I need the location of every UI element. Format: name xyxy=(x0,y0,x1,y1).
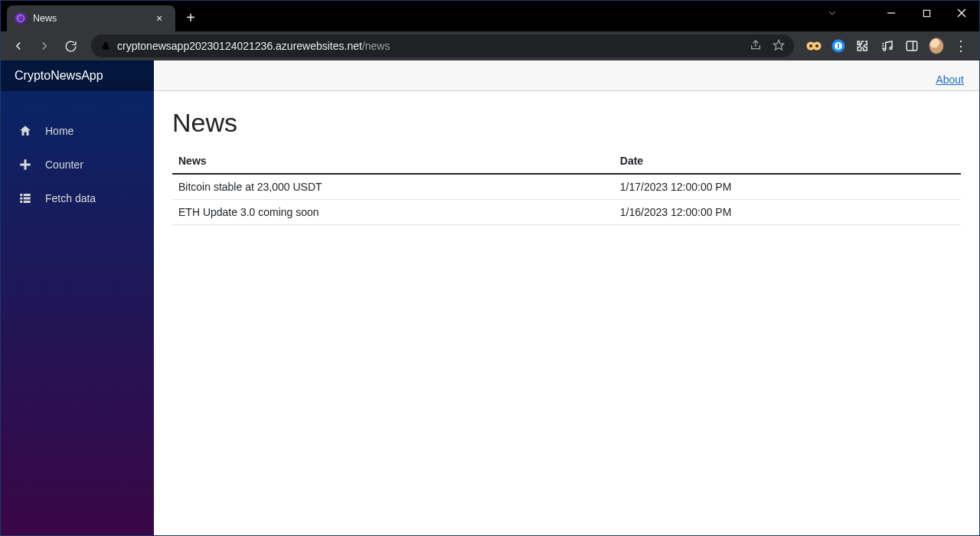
blazor-favicon-icon xyxy=(15,12,27,25)
tab-title: News xyxy=(33,13,146,24)
browser-toolbar: cryptonewsapp20230124021236.azurewebsite… xyxy=(1,31,979,60)
sidebar-item-home[interactable]: Home xyxy=(1,114,154,148)
back-button[interactable] xyxy=(7,34,30,57)
reload-button[interactable] xyxy=(59,34,82,57)
sidebar-item-fetchdata[interactable]: Fetch data xyxy=(1,181,154,215)
news-table: News Date Bitcoin stable at 23,000 USDT … xyxy=(172,149,961,225)
svg-rect-25 xyxy=(24,198,31,200)
extension-onepassword-icon[interactable] xyxy=(831,38,846,54)
sidebar-nav: Home Counter Fetch data xyxy=(1,91,154,215)
topbar: About xyxy=(154,60,979,91)
forward-button[interactable] xyxy=(33,34,56,57)
titlebar: News × + xyxy=(1,1,979,31)
svg-rect-23 xyxy=(24,194,31,196)
svg-point-8 xyxy=(809,44,812,47)
svg-rect-12 xyxy=(838,44,839,49)
svg-marker-5 xyxy=(773,40,783,50)
cell-date: 1/16/2023 12:00:00 PM xyxy=(614,200,961,225)
page-title: News xyxy=(172,108,961,138)
col-header-news: News xyxy=(172,149,614,174)
svg-rect-24 xyxy=(20,198,22,200)
sidebar-item-label: Home xyxy=(45,125,74,137)
page-viewport: CryptoNewsApp Home Counter xyxy=(1,60,979,535)
extension-eyes-icon[interactable] xyxy=(806,38,822,54)
plus-icon xyxy=(18,157,33,172)
main: News News Date Bitcoin stable at 23,000 … xyxy=(154,91,979,535)
url-host: cryptonewsapp20230124021236.azurewebsite… xyxy=(117,40,362,52)
table-header-row: News Date xyxy=(172,149,961,174)
svg-point-9 xyxy=(815,44,818,47)
svg-rect-1 xyxy=(923,10,929,16)
sidebar-item-label: Counter xyxy=(45,159,83,171)
list-icon xyxy=(18,191,33,206)
about-link[interactable]: About xyxy=(936,74,964,86)
svg-rect-18 xyxy=(906,41,917,51)
svg-rect-22 xyxy=(20,194,22,196)
svg-point-13 xyxy=(884,48,886,51)
tab-search-icon[interactable] xyxy=(826,7,838,22)
kebab-menu-icon[interactable]: ⋮ xyxy=(953,38,969,54)
media-control-icon[interactable] xyxy=(880,38,895,54)
extension-icons: ⋮ xyxy=(806,38,969,54)
sidebar-item-counter[interactable]: Counter xyxy=(1,148,154,181)
table-row: ETH Update 3.0 coming soon 1/16/2023 12:… xyxy=(172,200,961,225)
extensions-puzzle-icon[interactable] xyxy=(855,38,871,54)
cell-news: Bitcoin stable at 23,000 USDT xyxy=(172,174,614,200)
address-bar[interactable]: cryptonewsapp20230124021236.azurewebsite… xyxy=(91,34,794,57)
app-brand[interactable]: CryptoNewsApp xyxy=(1,60,154,91)
cell-date: 1/17/2023 12:00:00 PM xyxy=(614,174,961,200)
svg-rect-4 xyxy=(103,45,109,49)
lock-icon xyxy=(100,41,111,51)
bookmark-star-icon[interactable] xyxy=(773,39,785,54)
sidebar: CryptoNewsApp Home Counter xyxy=(1,60,154,535)
cell-news: ETH Update 3.0 coming soon xyxy=(172,200,614,225)
svg-rect-27 xyxy=(24,201,31,203)
table-row: Bitcoin stable at 23,000 USDT 1/17/2023 … xyxy=(172,174,961,200)
minimize-button[interactable] xyxy=(874,1,909,25)
content: About News News Date Bitcoin stable at 2… xyxy=(154,60,979,535)
url-path: /news xyxy=(362,40,390,52)
svg-rect-26 xyxy=(20,201,22,203)
new-tab-button[interactable]: + xyxy=(183,10,198,25)
share-icon[interactable] xyxy=(750,39,762,54)
home-icon xyxy=(18,123,33,139)
col-header-date: Date xyxy=(614,149,961,174)
browser-window: News × + xyxy=(0,0,980,536)
browser-tab[interactable]: News × xyxy=(7,5,175,31)
svg-rect-21 xyxy=(20,164,31,166)
close-tab-icon[interactable]: × xyxy=(152,11,166,25)
side-panel-icon[interactable] xyxy=(904,38,920,54)
maximize-button[interactable] xyxy=(909,1,944,25)
close-window-button[interactable] xyxy=(944,1,979,25)
profile-avatar[interactable] xyxy=(929,38,944,54)
url-text: cryptonewsapp20230124021236.azurewebsite… xyxy=(117,40,743,52)
sidebar-item-label: Fetch data xyxy=(45,192,96,204)
window-controls xyxy=(874,1,979,25)
svg-point-14 xyxy=(890,47,892,50)
